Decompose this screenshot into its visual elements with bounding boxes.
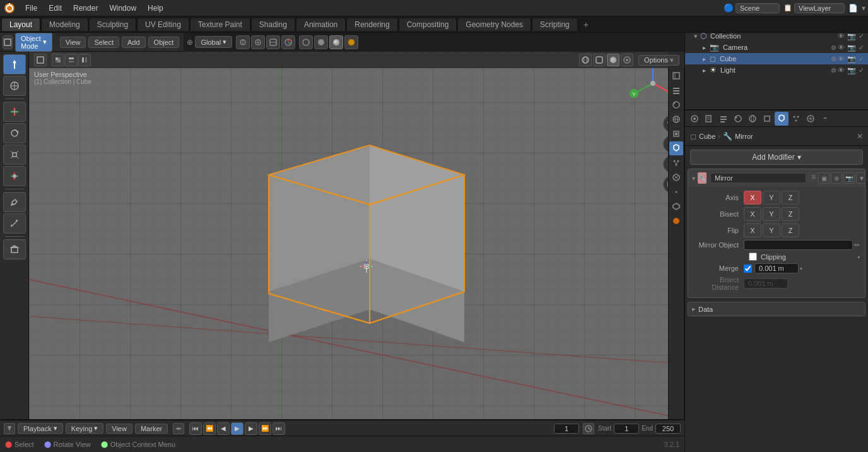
frame-start-input[interactable] [614, 424, 639, 434]
overlay-toggle[interactable] [266, 35, 280, 49]
next-keyframe-btn[interactable]: ⏩ [259, 422, 271, 435]
prop-particles-icon[interactable] [669, 156, 683, 170]
menu-edit[interactable]: Edit [44, 3, 67, 14]
tool-select-move[interactable] [3, 54, 26, 74]
mirror-modifier-header[interactable]: ▾ 🔧 ≡ ▣ ⊕ 📷 ▼ ✕ ⋮ [688, 169, 865, 187]
scene-input[interactable] [736, 3, 780, 13]
vp-solid-icon[interactable] [607, 54, 619, 66]
prop-scene-icon[interactable] [669, 98, 683, 112]
prop-tab-physics[interactable] [804, 112, 818, 126]
menu-window[interactable]: Window [104, 3, 141, 14]
light-check[interactable]: ✓ [859, 66, 864, 74]
collection-eye[interactable]: 👁 [838, 32, 845, 40]
mirror-name-input[interactable] [710, 173, 806, 183]
prop-object-icon[interactable] [669, 127, 683, 141]
viewport-options-btn[interactable]: Options ▾ [638, 55, 679, 66]
frame-end-input[interactable] [655, 424, 681, 434]
axis-y-btn[interactable]: Y [763, 191, 780, 205]
camera-eye[interactable]: 👁 [838, 44, 845, 51]
tab-texture-paint[interactable]: Texture Paint [190, 18, 250, 31]
vp-icon-3[interactable] [78, 54, 91, 66]
tool-rotate[interactable] [3, 123, 26, 143]
wireframe-mode[interactable] [299, 35, 313, 49]
prop-view-icon[interactable] [669, 83, 683, 97]
light-cam[interactable]: 📷 [847, 66, 856, 74]
menu-file[interactable]: File [20, 3, 42, 14]
vp-icon-2[interactable] [65, 54, 78, 66]
merge-value-input[interactable] [754, 263, 799, 273]
menu-help[interactable]: Help [143, 3, 168, 14]
prop-tab-output[interactable] [702, 112, 716, 126]
gizmo-overlay[interactable] [281, 35, 295, 49]
snap-toggle[interactable] [236, 35, 250, 49]
bisect-distance-input[interactable] [744, 278, 788, 288]
prop-tab-object[interactable] [760, 112, 774, 126]
mirror-eyedrop-btn[interactable]: ✏ [854, 241, 860, 249]
current-frame-input[interactable] [554, 424, 579, 434]
tab-modeling[interactable]: Modeling [41, 18, 88, 31]
viewport-type-btn[interactable] [34, 54, 47, 66]
tool-cursor[interactable] [3, 76, 26, 96]
light-eye[interactable]: 👁 [838, 66, 845, 74]
prop-material-icon[interactable] [669, 214, 683, 228]
tool-annotate[interactable] [3, 192, 26, 212]
prop-physics-icon[interactable] [669, 170, 683, 184]
viewport[interactable]: Z X Y [29, 52, 684, 419]
jump-to-start-btn[interactable]: ⏮ [189, 422, 202, 435]
breadcrumb-modifier[interactable]: Mirror [735, 133, 753, 140]
tab-shading[interactable]: Shading [251, 18, 295, 31]
prop-tab-world[interactable] [746, 112, 760, 126]
prop-tab-scene[interactable] [731, 112, 745, 126]
marker-menu-btn[interactable]: Marker [135, 424, 168, 434]
mode-icon[interactable] [3, 35, 13, 49]
mirror-apply-btn[interactable]: ▣ [818, 172, 830, 184]
prop-tab-particles[interactable] [789, 112, 803, 126]
prev-keyframe-btn[interactable]: ⏪ [203, 422, 216, 435]
rendered-mode[interactable] [344, 35, 358, 49]
mirror-down-btn[interactable]: ▼ [856, 172, 865, 184]
add-menu[interactable]: Add [122, 37, 146, 48]
timeline-menu-btn[interactable] [4, 423, 15, 434]
playback-menu-btn[interactable]: Playback ▾ [18, 423, 63, 434]
tab-sculpting[interactable]: Sculpting [89, 18, 136, 31]
frame-clock-icon[interactable] [583, 423, 594, 434]
scene-options-btn[interactable]: ▾ [862, 4, 865, 13]
outliner-cube[interactable]: ▸ ◻ Cube ⚙ 👁 📷 ✓ [685, 53, 868, 64]
data-header-row[interactable]: ▸ Data [688, 302, 865, 316]
prop-tab-view[interactable] [717, 112, 730, 126]
mirror-copy-btn[interactable]: ⊕ [831, 172, 842, 184]
add-workspace-btn[interactable]: + [578, 18, 594, 32]
mode-select[interactable]: Object Mode ▾ [15, 33, 52, 52]
prop-tab-constraints[interactable] [818, 112, 832, 126]
outliner-camera[interactable]: ▸ 📷 Camera ⚙ 👁 📷 ✓ [685, 42, 868, 53]
axis-z-btn[interactable]: Z [782, 191, 799, 205]
prev-frame-btn[interactable]: ◀ [217, 422, 230, 435]
merge-dot[interactable]: • [800, 265, 802, 272]
transform-global[interactable]: Global ▾ [195, 36, 232, 48]
material-preview-mode[interactable] [329, 35, 343, 49]
cube-cam[interactable]: 📷 [847, 55, 856, 63]
object-menu[interactable]: Object [148, 37, 180, 48]
tab-layout[interactable]: Layout [1, 18, 40, 31]
bisect-x-btn[interactable]: X [744, 207, 761, 221]
tab-animation[interactable]: Animation [296, 18, 346, 31]
solid-mode[interactable] [314, 35, 328, 49]
clipping-checkbox[interactable] [749, 253, 757, 261]
collection-cam[interactable]: 📷 [847, 32, 856, 40]
outliner-light[interactable]: ▸ ☀ Light ⚙ 👁 📷 ✓ [685, 64, 868, 76]
menu-render[interactable]: Render [68, 3, 103, 14]
vp-rendered-icon[interactable] [621, 54, 633, 66]
clipping-dot[interactable]: • [857, 253, 860, 261]
tool-transform[interactable] [3, 166, 26, 186]
proportional-edit[interactable] [251, 35, 265, 49]
tl-view-menu-btn[interactable]: View [106, 424, 132, 434]
add-modifier-button[interactable]: Add Modifier ▾ [690, 150, 863, 165]
prop-data-icon[interactable] [669, 199, 683, 213]
axis-x-btn[interactable]: X [744, 191, 761, 205]
next-frame-btn[interactable]: ▶ [245, 422, 257, 435]
tab-scripting[interactable]: Scripting [532, 18, 578, 31]
bisect-z-btn[interactable]: Z [782, 207, 799, 221]
select-menu[interactable]: Select [88, 37, 119, 48]
collection-check[interactable]: ✓ [859, 32, 864, 40]
mirror-camera-btn[interactable]: 📷 [843, 172, 855, 184]
